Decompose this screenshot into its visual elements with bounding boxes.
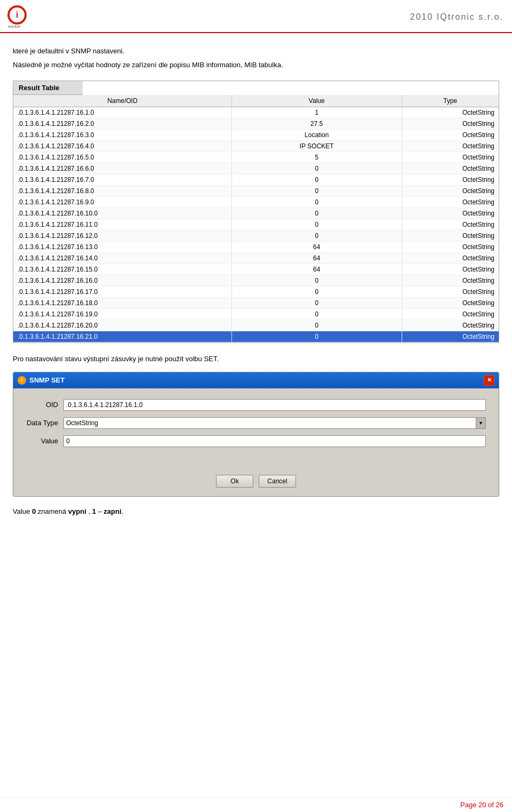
cell-type: OctetString bbox=[402, 174, 499, 186]
cell-name: .0.1.3.6.1.4.1.21287.16.14.0 bbox=[13, 253, 232, 264]
cell-value: 64 bbox=[232, 264, 402, 275]
table-row[interactable]: .0.1.3.6.1.4.1.21287.16.17.00OctetString bbox=[13, 286, 499, 298]
cell-name: .0.1.3.6.1.4.1.21287.16.5.0 bbox=[13, 152, 232, 163]
cell-type: OctetString bbox=[402, 275, 499, 286]
cell-name: .0.1.3.6.1.4.1.21287.16.12.0 bbox=[13, 230, 232, 242]
oid-row: OID bbox=[26, 399, 486, 411]
cell-type: OctetString bbox=[402, 208, 499, 219]
table-row[interactable]: .0.1.3.6.1.4.1.21287.16.1.01OctetString bbox=[13, 107, 499, 118]
bottom-vypni: vypni bbox=[68, 507, 86, 515]
cancel-button[interactable]: Cancel bbox=[259, 475, 296, 488]
cell-type: OctetString bbox=[402, 230, 499, 242]
table-row[interactable]: .0.1.3.6.1.4.1.21287.16.10.00OctetString bbox=[13, 208, 499, 219]
bottom-dot: . bbox=[122, 507, 124, 515]
bottom-sep: , bbox=[86, 507, 92, 515]
dialog-title: SNMP SET bbox=[29, 376, 65, 384]
cell-value: 5 bbox=[232, 152, 402, 163]
cell-value: 0 bbox=[232, 320, 402, 331]
cell-type: OctetString bbox=[402, 242, 499, 253]
value-input[interactable] bbox=[63, 435, 486, 447]
cell-value: 0 bbox=[232, 208, 402, 219]
dialog-titlebar: i SNMP SET ✕ bbox=[13, 372, 499, 388]
dropdown-arrow-icon: ▼ bbox=[476, 418, 485, 428]
table-row[interactable]: .0.1.3.6.1.4.1.21287.16.14.064OctetStrin… bbox=[13, 253, 499, 264]
cell-name: .0.1.3.6.1.4.1.21287.16.8.0 bbox=[13, 186, 232, 197]
table-row[interactable]: .0.1.3.6.1.4.1.21287.16.12.00OctetString bbox=[13, 230, 499, 242]
table-row[interactable]: .0.1.3.6.1.4.1.21287.16.3.0LocationOctet… bbox=[13, 130, 499, 141]
oid-input[interactable] bbox=[63, 399, 486, 411]
cell-value: Location bbox=[232, 130, 402, 141]
cell-name: .0.1.3.6.1.4.1.21287.16.3.0 bbox=[13, 130, 232, 141]
table-row[interactable]: .0.1.3.6.1.4.1.21287.16.11.00OctetString bbox=[13, 219, 499, 230]
cell-name: .0.1.3.6.1.4.1.21287.16.4.0 bbox=[13, 141, 232, 152]
cell-value: 0 bbox=[232, 275, 402, 286]
col-header-value: Value bbox=[232, 95, 402, 107]
datatype-label: Data Type bbox=[26, 419, 63, 427]
titlebar-left: i SNMP SET bbox=[18, 376, 65, 385]
cell-value: 0 bbox=[232, 230, 402, 242]
value-row: Value bbox=[26, 435, 486, 447]
bottom-prefix: Value bbox=[13, 507, 32, 515]
table-row[interactable]: .0.1.3.6.1.4.1.21287.16.8.00OctetString bbox=[13, 186, 499, 197]
isocket-logo: i socket bbox=[4, 4, 30, 30]
col-header-type: Type bbox=[402, 95, 499, 107]
cell-type: OctetString bbox=[402, 186, 499, 197]
table-row[interactable]: .0.1.3.6.1.4.1.21287.16.16.00OctetString bbox=[13, 275, 499, 286]
snmp-set-dialog: i SNMP SET ✕ OID Data Type OctetString ▼… bbox=[13, 372, 499, 497]
logo-area: i socket bbox=[4, 4, 30, 30]
intro-line2: Následně je možné vyčítat hodnoty ze zař… bbox=[13, 60, 499, 70]
cell-type: OctetString bbox=[402, 253, 499, 264]
table-row[interactable]: .0.1.3.6.1.4.1.21287.16.7.00OctetString bbox=[13, 174, 499, 186]
table-row[interactable]: .0.1.3.6.1.4.1.21287.16.13.064OctetStrin… bbox=[13, 242, 499, 253]
ok-button[interactable]: Ok bbox=[216, 475, 253, 488]
cell-type: OctetString bbox=[402, 163, 499, 174]
cell-value: 1 bbox=[232, 107, 402, 118]
cell-type: OctetString bbox=[402, 141, 499, 152]
cell-type: OctetString bbox=[402, 107, 499, 118]
table-row[interactable]: .0.1.3.6.1.4.1.21287.16.6.00OctetString bbox=[13, 163, 499, 174]
table-row[interactable]: .0.1.3.6.1.4.1.21287.16.9.00OctetString bbox=[13, 197, 499, 208]
cell-value: 0 bbox=[232, 163, 402, 174]
cell-value: 0 bbox=[232, 197, 402, 208]
table-wrapper: Name/OID Value Type .0.1.3.6.1.4.1.21287… bbox=[13, 95, 499, 343]
cell-name: .0.1.3.6.1.4.1.21287.16.15.0 bbox=[13, 264, 232, 275]
cell-type: OctetString bbox=[402, 320, 499, 331]
table-row[interactable]: .0.1.3.6.1.4.1.21287.16.2.027.5OctetStri… bbox=[13, 118, 499, 130]
table-row[interactable]: .0.1.3.6.1.4.1.21287.16.19.00OctetString bbox=[13, 309, 499, 320]
datatype-select[interactable]: OctetString ▼ bbox=[63, 417, 486, 429]
result-table-panel: Result Table Name/OID Value Type .0.1.3.… bbox=[13, 81, 499, 343]
cell-name: .0.1.3.6.1.4.1.21287.16.13.0 bbox=[13, 242, 232, 253]
value-label: Value bbox=[26, 437, 63, 445]
cell-value: 0 bbox=[232, 298, 402, 309]
cell-value: 0 bbox=[232, 186, 402, 197]
oid-label: OID bbox=[26, 401, 63, 409]
cell-type: OctetString bbox=[402, 264, 499, 275]
svg-text:i: i bbox=[16, 10, 18, 19]
table-row[interactable]: .0.1.3.6.1.4.1.21287.16.21.00OctetString bbox=[13, 331, 499, 343]
dialog-spacer bbox=[26, 453, 486, 469]
intro-line1: které je defaultni v SNMP nastaveni. bbox=[13, 46, 499, 57]
cell-name: .0.1.3.6.1.4.1.21287.16.16.0 bbox=[13, 275, 232, 286]
cell-type: OctetString bbox=[402, 152, 499, 163]
table-row[interactable]: .0.1.3.6.1.4.1.21287.16.4.0IP SOCKETOcte… bbox=[13, 141, 499, 152]
table-row[interactable]: .0.1.3.6.1.4.1.21287.16.15.064OctetStrin… bbox=[13, 264, 499, 275]
table-row[interactable]: .0.1.3.6.1.4.1.21287.16.18.00OctetString bbox=[13, 298, 499, 309]
cell-name: .0.1.3.6.1.4.1.21287.16.7.0 bbox=[13, 174, 232, 186]
cell-name: .0.1.3.6.1.4.1.21287.16.18.0 bbox=[13, 298, 232, 309]
col-header-name: Name/OID bbox=[13, 95, 232, 107]
dialog-close-button[interactable]: ✕ bbox=[484, 375, 494, 386]
bottom-1: 1 bbox=[92, 507, 96, 515]
datatype-row: Data Type OctetString ▼ bbox=[26, 417, 486, 429]
cell-name: .0.1.3.6.1.4.1.21287.16.10.0 bbox=[13, 208, 232, 219]
table-row[interactable]: .0.1.3.6.1.4.1.21287.16.5.05OctetString bbox=[13, 152, 499, 163]
cell-name: .0.1.3.6.1.4.1.21287.16.20.0 bbox=[13, 320, 232, 331]
bottom-zapni: zapni bbox=[103, 507, 121, 515]
brand-text: 2010 IQtronic s.r.o. bbox=[410, 12, 503, 22]
page-header: i socket 2010 IQtronic s.r.o. bbox=[0, 0, 512, 33]
table-row[interactable]: .0.1.3.6.1.4.1.21287.16.20.00OctetString bbox=[13, 320, 499, 331]
cell-value: 0 bbox=[232, 174, 402, 186]
cell-type: OctetString bbox=[402, 309, 499, 320]
cell-value: 64 bbox=[232, 253, 402, 264]
cell-value: 64 bbox=[232, 242, 402, 253]
cell-type: OctetString bbox=[402, 118, 499, 130]
